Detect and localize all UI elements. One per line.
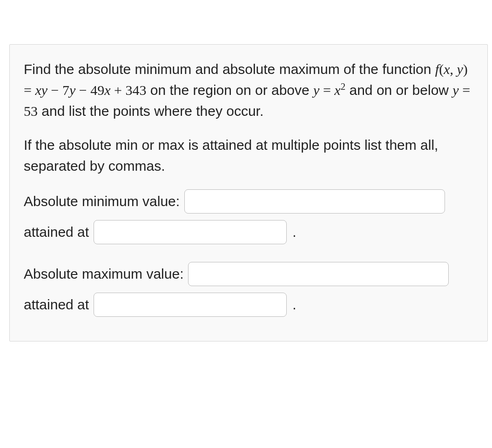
- max-value-row: Absolute maximum value:: [24, 262, 473, 286]
- min-value-row: Absolute minimum value:: [24, 189, 473, 214]
- question-paragraph-1: Find the absolute minimum and absolute m…: [24, 59, 473, 121]
- max-attained-label: attained at: [24, 297, 89, 313]
- max-attained-row: attained at .: [24, 293, 473, 317]
- min-attained-input[interactable]: [94, 220, 287, 244]
- max-value-label: Absolute maximum value:: [24, 266, 183, 282]
- text-segment: Find the absolute minimum and absolute m…: [24, 61, 435, 77]
- question-container: Find the absolute minimum and absolute m…: [9, 44, 488, 341]
- max-value-input[interactable]: [188, 262, 449, 286]
- math-eq1: y = x2: [313, 82, 345, 98]
- text-segment: on the region on or above: [146, 82, 313, 98]
- min-value-label: Absolute minimum value:: [24, 194, 180, 209]
- text-segment: and on or below: [345, 82, 452, 98]
- min-attained-row: attained at .: [24, 220, 473, 244]
- min-value-input[interactable]: [184, 189, 445, 214]
- period: .: [291, 224, 296, 240]
- period: .: [291, 297, 296, 313]
- max-attained-input[interactable]: [94, 293, 287, 317]
- question-paragraph-2: If the absolute min or max is attained a…: [24, 134, 473, 176]
- text-segment: and list the points where they occur.: [38, 103, 263, 119]
- min-attained-label: attained at: [24, 224, 89, 240]
